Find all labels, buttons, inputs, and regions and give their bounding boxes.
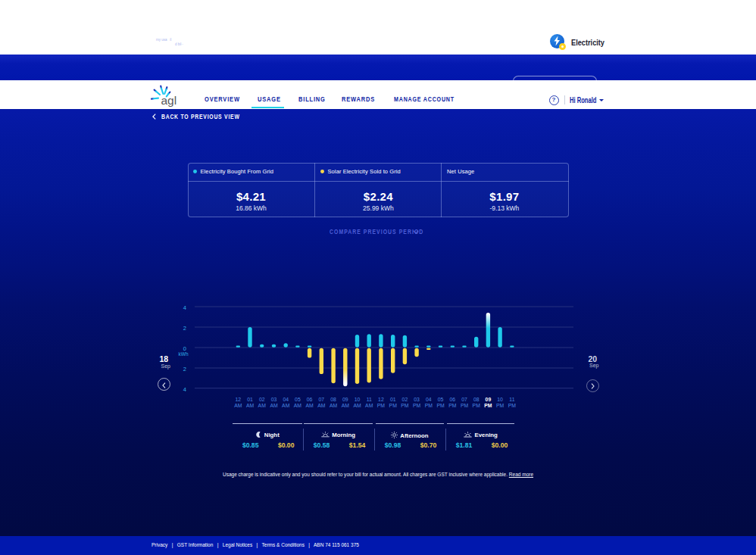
svg-text:PM: PM [425,403,433,408]
svg-text:02: 02 [402,397,408,402]
svg-text:07: 07 [461,397,467,402]
svg-text:PM: PM [401,403,409,408]
svg-text:2: 2 [183,325,186,332]
svg-text:08: 08 [330,397,336,402]
svg-text:03: 03 [414,397,420,402]
svg-text:AM: AM [294,403,302,408]
svg-text:AM: AM [353,403,361,408]
svg-text:01: 01 [247,397,253,402]
svg-text:10: 10 [497,397,503,402]
svg-text:01: 01 [390,397,396,402]
svg-text:11: 11 [509,397,514,402]
svg-text:12: 12 [378,397,384,402]
svg-text:PM: PM [473,403,481,408]
svg-text:05: 05 [438,397,444,402]
svg-text:04: 04 [283,397,289,402]
svg-text:05: 05 [295,397,301,402]
svg-text:2: 2 [183,366,186,373]
svg-text:PM: PM [413,403,421,408]
svg-text:09: 09 [342,397,348,402]
svg-text:AM: AM [258,403,267,408]
svg-text:06: 06 [450,397,456,402]
svg-text:PM: PM [508,403,517,408]
svg-text:PM: PM [377,403,386,408]
svg-text:03: 03 [271,397,277,402]
svg-text:4: 4 [183,304,186,311]
svg-text:08: 08 [473,397,480,402]
svg-text:kWh: kWh [179,351,189,357]
svg-text:AM: AM [270,403,278,408]
svg-text:AM: AM [365,403,373,408]
svg-text:02: 02 [259,397,265,402]
svg-text:11: 11 [367,397,372,402]
svg-text:07: 07 [319,397,325,402]
svg-text:AM: AM [317,403,326,408]
svg-text:PM: PM [496,403,505,408]
svg-text:PM: PM [448,403,457,408]
svg-text:PM: PM [461,403,469,408]
svg-text:10: 10 [355,397,361,402]
svg-text:PM: PM [389,403,398,408]
svg-text:PM: PM [436,403,445,408]
svg-text:AM: AM [282,403,290,408]
svg-text:PM: PM [484,403,492,408]
svg-text:04: 04 [426,397,432,402]
svg-text:4: 4 [183,386,186,393]
svg-text:AM: AM [305,403,314,408]
svg-text:AM: AM [246,403,255,408]
svg-text:09: 09 [486,397,492,402]
svg-text:12: 12 [236,397,242,402]
svg-text:AM: AM [330,403,338,408]
svg-text:AM: AM [234,403,242,408]
svg-text:06: 06 [307,397,313,402]
svg-text:AM: AM [342,403,350,408]
